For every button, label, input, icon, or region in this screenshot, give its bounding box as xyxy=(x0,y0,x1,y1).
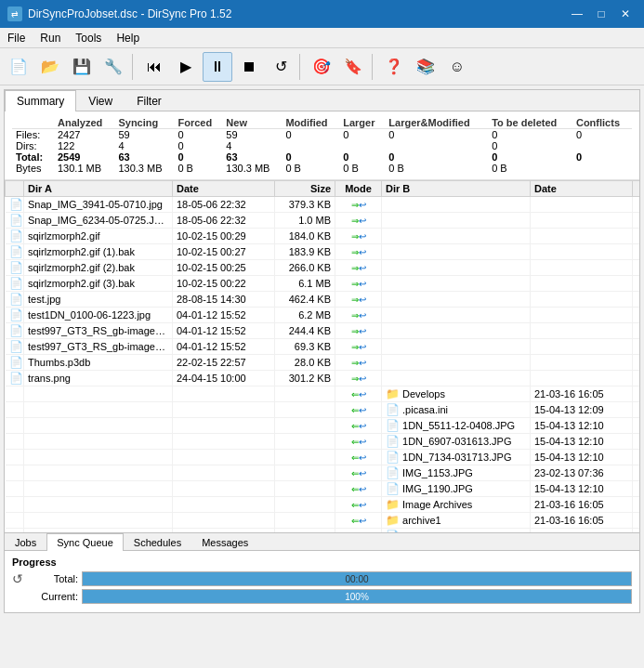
file-name-b xyxy=(382,292,531,308)
file-size-a xyxy=(275,434,335,450)
sync-arrow2-icon: ↩ xyxy=(359,326,366,336)
book-button[interactable]: 📚 xyxy=(411,52,440,82)
total-progress-bar: 00:00 xyxy=(82,571,632,586)
menu-help[interactable]: Help xyxy=(109,28,147,47)
current-progress-bar: 100% xyxy=(82,589,632,604)
table-row[interactable]: ⇐↩📁 archive121-03-16 16:050 xyxy=(6,513,640,529)
tab-summary[interactable]: Summary xyxy=(5,90,76,111)
file-name-b xyxy=(382,229,531,244)
file-date-a: 04-01-12 15:52 xyxy=(173,308,275,323)
file-icon: 📄 xyxy=(9,372,24,385)
table-row[interactable]: 📄sqirlzmorph2.gif (3).bak10-02-15 00:226… xyxy=(6,276,640,292)
file-icon-cell xyxy=(6,434,24,450)
prev-button[interactable]: ⏮ xyxy=(139,52,169,82)
file-name-b: 📁 archive1 xyxy=(382,513,531,529)
file-name-b xyxy=(382,197,531,213)
sync-arrow2-icon: ↩ xyxy=(359,358,366,368)
sync-arrow2-icon: ↩ xyxy=(359,373,366,384)
file-name-b: 📄 IMG_1190.JPG xyxy=(382,481,531,497)
file-table-container[interactable]: Dir A Date Size Mode Dir B Date Size 📄Sn… xyxy=(5,180,639,533)
file-date-b xyxy=(531,276,633,292)
table-row[interactable]: 📄Snap_IMG_3941-05-0710.jpg18-05-06 22:32… xyxy=(6,197,640,213)
refresh-icon: ↺ xyxy=(275,59,287,74)
file-icon-cell: 📄 xyxy=(6,339,24,355)
sync-mode: ⇒↩ xyxy=(335,323,382,339)
open-button[interactable]: 📂 xyxy=(35,52,65,82)
tab-schedules[interactable]: Schedules xyxy=(124,533,191,551)
action2-button[interactable]: 🔖 xyxy=(338,52,368,82)
table-row[interactable]: 📄trans.png24-04-15 10:00301.2 KB⇒↩ xyxy=(6,371,640,386)
toolbar: 📄 📂 💾 🔧 ⏮ ▶ ⏸ ⏹ ↺ 🎯 🔖 ❓ 📚 ☺ xyxy=(0,48,644,85)
file-name-b xyxy=(382,260,531,276)
file-size-b xyxy=(633,229,640,244)
menu-run[interactable]: Run xyxy=(33,28,68,47)
file-icon-cell xyxy=(6,450,24,465)
table-row[interactable]: 📄Snap_IMG_6234-05-0725.JPG18-05-06 22:32… xyxy=(6,213,640,229)
target-icon: 🎯 xyxy=(312,59,331,74)
save-button[interactable]: 💾 xyxy=(67,52,97,82)
close-button[interactable]: ✕ xyxy=(614,5,637,23)
tab-filter[interactable]: Filter xyxy=(125,90,174,111)
file-icon-cell: 📄 xyxy=(6,229,24,244)
menu-tools[interactable]: Tools xyxy=(68,28,109,47)
file-size-b: 1.5 M xyxy=(633,434,640,450)
file-date-b: 23-02-13 07:36 xyxy=(531,465,633,481)
table-row[interactable]: 📄test.jpg28-08-15 14:30462.4 KB⇒↩ xyxy=(6,292,640,308)
help-button[interactable]: ❓ xyxy=(379,52,409,82)
tab-sync-queue[interactable]: Sync Queue xyxy=(46,533,124,551)
file-size-a xyxy=(275,513,335,529)
file-date-a: 10-02-15 00:25 xyxy=(173,260,275,276)
sync-arrow-icon: ⇒ xyxy=(351,200,359,210)
file-icon-cell: 📄 xyxy=(6,260,24,276)
table-row[interactable]: 📄test1DN_0100-06-1223.jpg04-01-12 15:526… xyxy=(6,308,640,323)
smiley-button[interactable]: ☺ xyxy=(442,52,472,82)
sync-mode: ⇒↩ xyxy=(335,229,382,244)
table-row[interactable]: 📄sqirlzmorph2.gif10-02-15 00:29184.0 KB⇒… xyxy=(6,229,640,244)
file-size-a xyxy=(275,386,335,402)
play-button[interactable]: ▶ xyxy=(171,52,201,82)
file-size-b xyxy=(633,213,640,229)
minimize-button[interactable]: — xyxy=(566,5,588,23)
file-name-a: Snap_IMG_6234-05-0725.JPG xyxy=(24,213,173,229)
tab-jobs[interactable]: Jobs xyxy=(5,533,46,551)
stop-icon: ⏹ xyxy=(242,59,256,74)
table-row[interactable]: ⇐↩📁 Image Archives21-03-16 16:050 xyxy=(6,497,640,513)
file-icon: 📄 xyxy=(9,261,24,274)
file-date-b xyxy=(531,323,633,339)
table-row[interactable]: 📄Thumbs.p3db22-02-15 22:5728.0 KB⇒↩ xyxy=(6,355,640,371)
sync-arrow-icon: ⇐ xyxy=(351,405,359,415)
table-row[interactable]: ⇐↩📄 IMG_1153.JPG23-02-13 07:363.8 M xyxy=(6,465,640,481)
table-row[interactable]: 📄sqirlzmorph2.gif (1).bak10-02-15 00:271… xyxy=(6,244,640,260)
table-row[interactable]: 📄sqirlzmorph2.gif (2).bak10-02-15 00:252… xyxy=(6,260,640,276)
sync-arrow-icon: ⇐ xyxy=(351,389,359,399)
new-button[interactable]: 📄 xyxy=(4,52,33,82)
sync-mode: ⇒↩ xyxy=(335,371,382,386)
table-row[interactable]: ⇐↩📁 Develops21-03-16 16:050 xyxy=(6,386,640,402)
table-row[interactable]: ⇐↩📄 1DN_6907-031613.JPG15-04-13 12:101.5… xyxy=(6,434,640,450)
table-row[interactable]: ⇐↩📄 IMG_1190.JPG15-04-13 12:102.9 M xyxy=(6,481,640,497)
settings-button[interactable]: 🔧 xyxy=(99,52,128,82)
tab-view[interactable]: View xyxy=(76,90,125,111)
menu-file[interactable]: File xyxy=(0,28,33,47)
table-row[interactable]: ⇐↩📄 997_GT3_RS_gb-images-P7-...13-10-11 … xyxy=(6,529,640,534)
sync-arrow-icon: ⇒ xyxy=(351,247,359,257)
tab-messages[interactable]: Messages xyxy=(191,533,258,551)
table-row[interactable]: ⇐↩📄 1DN_7134-031713.JPG15-04-13 12:102.0… xyxy=(6,450,640,465)
table-row[interactable]: 📄test997_GT3_RS_gb-images....04-01-12 15… xyxy=(6,323,640,339)
action1-button[interactable]: 🎯 xyxy=(307,52,336,82)
file-size-b: 0 xyxy=(633,513,640,529)
save-icon: 💾 xyxy=(72,59,91,74)
stop-button[interactable]: ⏹ xyxy=(234,52,264,82)
file-name-a xyxy=(24,481,173,497)
sync-arrow2-icon: ↩ xyxy=(359,405,366,415)
pause-button[interactable]: ⏸ xyxy=(203,52,232,82)
table-row[interactable]: ⇐↩📄 .picasa.ini15-04-13 12:0959 xyxy=(6,402,640,418)
file-name-b: 📁 Image Archives xyxy=(382,497,531,513)
maximize-button[interactable]: □ xyxy=(590,5,612,23)
file-date-a: 10-02-15 00:22 xyxy=(173,276,275,292)
sync-arrow-icon: ⇐ xyxy=(351,437,359,447)
table-row[interactable]: ⇐↩📄 1DN_5511-12-0408.JPG15-04-13 12:101.… xyxy=(6,418,640,434)
refresh-button[interactable]: ↺ xyxy=(266,52,296,82)
table-row[interactable]: 📄test997_GT3_RS_gb-images....04-01-12 15… xyxy=(6,339,640,355)
file-icon: 📄 xyxy=(386,451,400,464)
